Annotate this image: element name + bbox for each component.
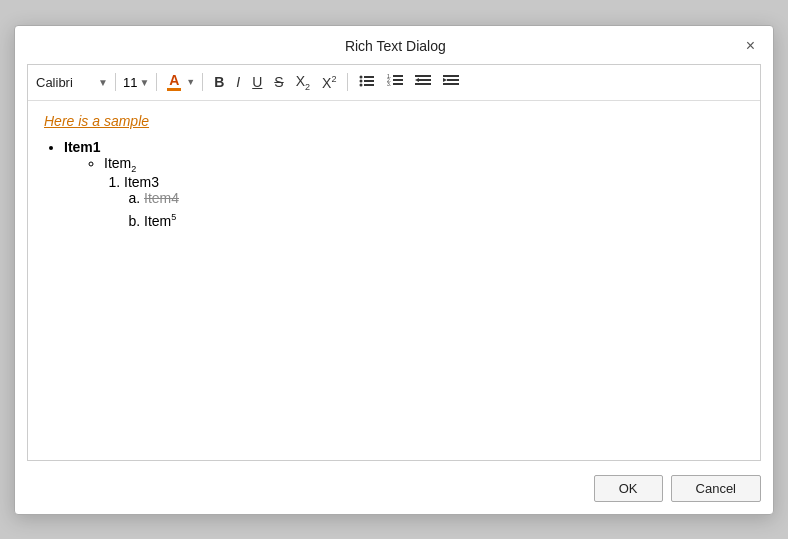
toolbar: Calibri ▼ 11 ▼ A ▼ B I <box>28 65 760 102</box>
font-color-button[interactable]: A ▼ <box>164 72 195 92</box>
numbered-list-icon: 1. 2. 3. <box>387 73 403 87</box>
font-color-indicator: A <box>164 72 184 92</box>
strikethrough-button[interactable]: S <box>270 72 287 93</box>
svg-rect-3 <box>364 80 374 82</box>
svg-rect-9 <box>393 79 403 81</box>
font-size-selector[interactable]: 11 ▼ <box>123 75 149 90</box>
ok-button[interactable]: OK <box>594 475 663 502</box>
subscript-sub: 2 <box>305 81 310 91</box>
superscript-button[interactable]: X2 <box>318 72 340 93</box>
svg-rect-1 <box>364 76 374 78</box>
svg-point-4 <box>360 83 363 86</box>
bullet-list-button[interactable] <box>355 71 379 94</box>
item2-text: Item <box>104 155 131 171</box>
underline-button[interactable]: U <box>248 72 266 93</box>
svg-point-0 <box>360 75 363 78</box>
close-button[interactable]: × <box>742 36 759 56</box>
item2-subscript: 2 <box>131 164 136 174</box>
sub-list-3: Item4 Item5 <box>144 190 744 229</box>
bullet-list-icon <box>359 74 375 88</box>
dialog-title: Rich Text Dialog <box>49 38 742 54</box>
sample-link[interactable]: Here is a sample <box>44 113 744 129</box>
separator-3 <box>202 73 203 91</box>
sub-list-2: Item3 Item4 Item5 <box>124 174 744 229</box>
item4-text: Item4 <box>144 190 179 206</box>
content-area[interactable]: Here is a sample Item1 Item2 Item3 <box>28 101 760 459</box>
decrease-indent-button[interactable] <box>411 71 435 93</box>
font-name-label: Calibri <box>36 75 96 90</box>
svg-text:3.: 3. <box>387 81 391 87</box>
separator-1 <box>115 73 116 91</box>
sub-list-1: Item2 Item3 Item4 Item5 <box>84 155 744 228</box>
svg-rect-16 <box>443 75 459 77</box>
item5-text: Item <box>144 213 171 229</box>
list-item-5: Item5 <box>144 212 744 229</box>
subscript-label: X <box>296 73 305 89</box>
main-list: Item1 Item2 Item3 Item4 <box>64 139 744 228</box>
font-name-dropdown-arrow: ▼ <box>98 77 108 88</box>
bold-button[interactable]: B <box>210 72 228 93</box>
svg-rect-14 <box>415 83 431 85</box>
svg-rect-12 <box>415 75 431 77</box>
editor-area: Calibri ▼ 11 ▼ A ▼ B I <box>27 64 761 461</box>
increase-indent-button[interactable] <box>439 71 463 93</box>
superscript-sup: 2 <box>331 74 336 84</box>
font-size-dropdown-arrow: ▼ <box>139 77 149 88</box>
svg-rect-7 <box>393 75 403 77</box>
item5-superscript: 5 <box>171 212 176 222</box>
cancel-button[interactable]: Cancel <box>671 475 761 502</box>
rich-text-dialog: Rich Text Dialog × Calibri ▼ 11 ▼ A <box>14 25 774 515</box>
font-color-letter: A <box>169 73 179 87</box>
title-bar: Rich Text Dialog × <box>15 26 773 64</box>
svg-marker-19 <box>443 78 447 82</box>
decrease-indent-icon <box>415 73 431 87</box>
svg-rect-11 <box>393 83 403 85</box>
svg-rect-5 <box>364 84 374 86</box>
font-color-dropdown-arrow: ▼ <box>186 77 195 87</box>
separator-4 <box>347 73 348 91</box>
font-color-bar <box>167 88 181 91</box>
font-size-label: 11 <box>123 75 137 90</box>
svg-rect-13 <box>419 79 431 81</box>
list-item-3: Item3 Item4 Item5 <box>124 174 744 229</box>
svg-marker-15 <box>415 78 419 82</box>
increase-indent-icon <box>443 73 459 87</box>
italic-button[interactable]: I <box>232 72 244 93</box>
list-item-2: Item2 Item3 Item4 Item5 <box>104 155 744 228</box>
list-item-4: Item4 <box>144 190 744 206</box>
svg-rect-18 <box>443 83 459 85</box>
superscript-label: X <box>322 74 331 90</box>
item1-text: Item1 <box>64 139 101 155</box>
footer: OK Cancel <box>15 469 773 514</box>
svg-rect-17 <box>447 79 459 81</box>
subscript-button[interactable]: X2 <box>292 71 314 95</box>
separator-2 <box>156 73 157 91</box>
font-name-selector[interactable]: Calibri ▼ <box>36 75 108 90</box>
item3-text: Item3 <box>124 174 159 190</box>
list-item-1: Item1 Item2 Item3 Item4 <box>64 139 744 228</box>
numbered-list-button[interactable]: 1. 2. 3. <box>383 71 407 93</box>
svg-point-2 <box>360 79 363 82</box>
